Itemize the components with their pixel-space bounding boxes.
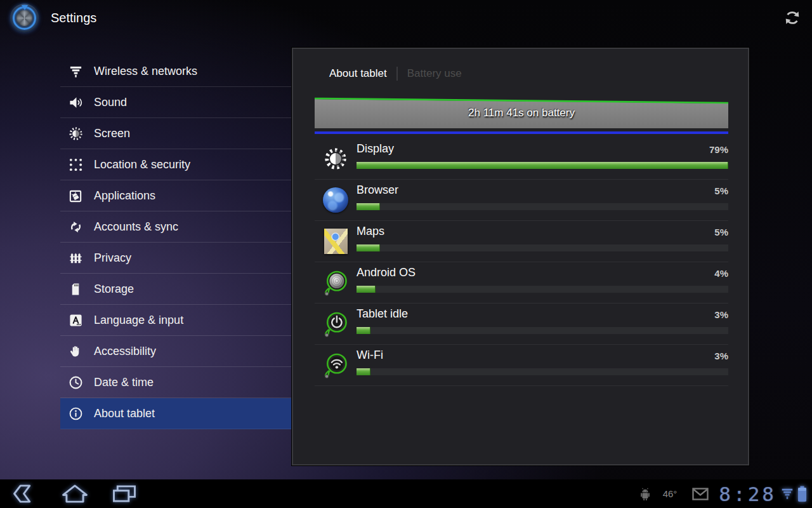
usage-percent: 4% xyxy=(714,268,728,279)
date-time-icon xyxy=(69,375,83,390)
battery-history-graph[interactable]: 2h 11m 41s on battery xyxy=(315,95,728,136)
usage-row-wifi[interactable]: Wi-Fi 3% xyxy=(315,345,728,386)
usage-bar-fill xyxy=(357,286,376,293)
settings-menu: Wireless & networks Sound Screen Locatio… xyxy=(60,56,292,429)
usage-bar-fill xyxy=(357,162,728,169)
maps-icon xyxy=(322,228,349,255)
battery-status-icon xyxy=(797,486,807,502)
tab-about-tablet[interactable]: About tablet xyxy=(329,67,387,80)
status-area[interactable]: 46° 8:28 xyxy=(638,479,807,508)
sidebar-item-label: Privacy xyxy=(94,251,131,265)
sidebar-item-label: Screen xyxy=(94,127,130,140)
usage-app-name: Display xyxy=(357,142,394,156)
accounts-sync-icon xyxy=(69,220,83,234)
breadcrumb-divider xyxy=(396,67,398,81)
language-input-icon xyxy=(69,313,83,328)
usage-app-name: Browser xyxy=(357,184,398,197)
usage-bar-track xyxy=(357,327,728,334)
usage-bar-track xyxy=(357,368,728,375)
android-robot-icon xyxy=(638,486,652,502)
page-title: Settings xyxy=(51,0,96,36)
wifi-usage-icon xyxy=(322,352,349,378)
usage-percent: 3% xyxy=(714,309,728,320)
usage-bar-track xyxy=(357,244,728,251)
battery-use-panel: About tablet Battery use 2h 11m 41s on b… xyxy=(292,48,749,465)
storage-icon xyxy=(69,282,83,297)
usage-percent: 5% xyxy=(714,227,728,237)
sidebar-item-wireless-networks[interactable]: Wireless & networks xyxy=(60,56,292,87)
usage-row-maps[interactable]: Maps 5% xyxy=(315,221,728,262)
usage-bar-fill xyxy=(357,203,380,210)
usage-bar-fill xyxy=(357,368,370,375)
accessibility-icon xyxy=(69,344,83,359)
signal-strength-icon xyxy=(780,487,794,501)
usage-app-name: Android OS xyxy=(357,266,416,279)
tablet-idle-icon xyxy=(322,311,349,337)
action-bar: Settings xyxy=(0,0,812,36)
sidebar-item-about-tablet[interactable]: About tablet xyxy=(60,398,292,429)
settings-app-icon-pointer xyxy=(22,5,28,10)
sound-icon xyxy=(69,95,83,110)
screen-brightness-icon xyxy=(69,126,83,141)
sidebar-item-label: Language & input xyxy=(94,314,183,327)
system-bar: 46° 8:28 xyxy=(0,479,812,508)
usage-row-android-os[interactable]: Android OS 4% xyxy=(315,262,728,304)
android-os-icon xyxy=(322,269,349,296)
sidebar-item-label: Wireless & networks xyxy=(94,65,197,78)
sidebar-item-storage[interactable]: Storage xyxy=(60,274,292,305)
battery-time-summary: 2h 11m 41s on battery xyxy=(315,107,728,119)
sidebar-item-accessibility[interactable]: Accessibility xyxy=(60,336,292,367)
usage-bar-track xyxy=(357,162,728,169)
usage-app-name: Maps xyxy=(357,225,384,238)
usage-percent: 3% xyxy=(714,351,728,361)
tab-battery-use[interactable]: Battery use xyxy=(407,67,462,80)
browser-icon xyxy=(322,187,349,213)
sidebar-item-screen[interactable]: Screen xyxy=(60,118,292,149)
sidebar-item-language-input[interactable]: Language & input xyxy=(60,305,292,336)
usage-row-tablet-idle[interactable]: Tablet idle 3% xyxy=(315,304,728,345)
screen-on-indicator-line xyxy=(315,131,728,134)
email-notification-icon xyxy=(692,488,709,500)
usage-row-browser[interactable]: Browser 5% xyxy=(315,180,728,221)
applications-icon xyxy=(69,189,83,203)
sidebar-item-location-security[interactable]: Location & security xyxy=(60,149,292,180)
usage-bar-fill xyxy=(357,244,380,251)
sidebar-item-label: Sound xyxy=(94,96,127,109)
sidebar-item-accounts-sync[interactable]: Accounts & sync xyxy=(60,211,292,243)
usage-app-name: Wi-Fi xyxy=(357,349,383,362)
sidebar-item-label: Date & time xyxy=(94,376,154,389)
sidebar-item-label: Storage xyxy=(94,283,134,296)
breadcrumb: About tablet Battery use xyxy=(329,67,462,81)
about-tablet-icon xyxy=(69,406,83,421)
usage-percent: 5% xyxy=(714,185,728,196)
temperature-text: 46° xyxy=(663,488,678,499)
sidebar-item-label: Location & security xyxy=(94,158,190,171)
sidebar-item-label: About tablet xyxy=(94,407,155,420)
usage-bar-track xyxy=(357,203,728,210)
usage-bar-track xyxy=(357,286,728,293)
wireless-networks-icon xyxy=(69,64,83,79)
sidebar-item-label: Applications xyxy=(94,189,155,203)
refresh-icon[interactable] xyxy=(783,8,802,27)
clock: 8:28 xyxy=(719,483,776,505)
usage-percent: 79% xyxy=(709,144,728,155)
location-security-icon xyxy=(69,157,83,172)
usage-bar-fill xyxy=(357,327,370,334)
home-button[interactable] xyxy=(60,483,90,504)
display-icon xyxy=(322,145,349,172)
sidebar-item-privacy[interactable]: Privacy xyxy=(60,243,292,274)
battery-usage-list: Display 79% Browser 5% Maps 5% xyxy=(315,138,728,386)
recent-apps-button[interactable] xyxy=(109,483,140,504)
sidebar-item-label: Accounts & sync xyxy=(94,220,178,234)
usage-row-display[interactable]: Display 79% xyxy=(315,138,728,180)
settings-app-icon xyxy=(10,4,39,32)
privacy-icon xyxy=(69,251,83,265)
sidebar-item-date-time[interactable]: Date & time xyxy=(60,367,292,398)
sidebar-item-applications[interactable]: Applications xyxy=(60,180,292,211)
usage-app-name: Tablet idle xyxy=(357,307,408,321)
sidebar-item-sound[interactable]: Sound xyxy=(60,87,292,118)
back-button[interactable] xyxy=(10,483,41,504)
sidebar-item-label: Accessibility xyxy=(94,345,156,358)
